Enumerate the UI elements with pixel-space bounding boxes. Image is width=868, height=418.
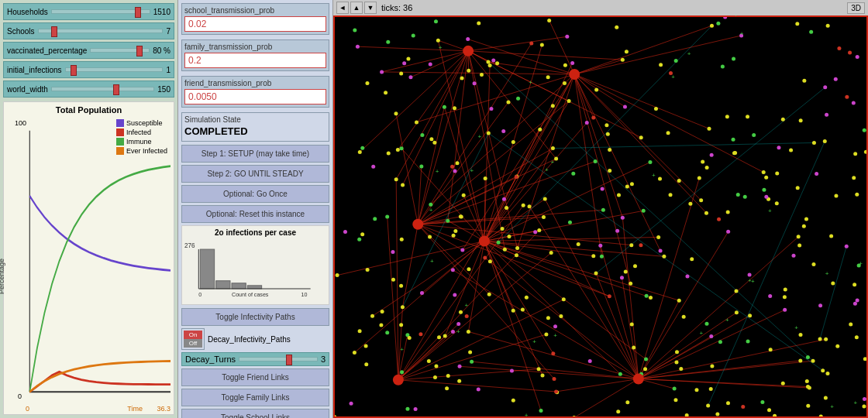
decay-turns-thumb[interactable]: [286, 355, 292, 365]
action-btn-0[interactable]: Step 1: SETUP (may take time): [181, 145, 329, 163]
slider-value-1: 7: [166, 27, 170, 36]
svg-rect-3: [200, 249, 214, 289]
nav-down-btn[interactable]: ▼: [364, 2, 377, 14]
x-axis-start: 0: [26, 405, 29, 413]
param-label-2: friend_transmission_prob: [184, 79, 326, 87]
action-btn-1[interactable]: Step 2: GO UNTIL STEADY: [181, 165, 329, 183]
decay-infectivity-row: On Off Decay_Infectivity_Paths: [181, 328, 329, 350]
y-axis-max: 100: [15, 119, 26, 127]
histogram-svg: 276 0 10 Count of cases: [184, 238, 326, 300]
viz-header: ◄ ▲ ▼ ticks: 36 3D: [333, 0, 868, 15]
legend-color-2: [116, 138, 124, 146]
legend-color-0: [116, 119, 124, 127]
slider-thumb-4[interactable]: [113, 84, 119, 95]
action-btn-3[interactable]: Optional: Reset this instance: [181, 205, 329, 223]
legend-label-1: Infected: [126, 128, 151, 136]
sim-state-value: COMPLETED: [184, 124, 326, 139]
svg-rect-6: [247, 286, 261, 289]
right-panel: ◄ ▲ ▼ ticks: 36 3D: [333, 0, 868, 418]
decay-turns-value: 3: [321, 355, 326, 364]
svg-text:0: 0: [198, 292, 202, 298]
3d-button[interactable]: 3D: [847, 2, 865, 14]
legend-label-3: Ever Infected: [126, 147, 167, 155]
ticks-label: ticks: 36: [381, 3, 847, 12]
decay-turns-label: Decay_Turns: [185, 355, 236, 364]
toggle-infectivity-btn[interactable]: Toggle Infectivity Paths: [181, 308, 329, 326]
param-input-2[interactable]: [184, 89, 326, 104]
nav-up-btn[interactable]: ▲: [350, 2, 363, 14]
left-panel: Households 1510 Schools 7 vaccinated_per…: [0, 0, 178, 418]
nav-arrows: ◄ ▲ ▼: [336, 2, 377, 14]
population-svg: [7, 116, 170, 406]
nav-left-btn[interactable]: ◄: [336, 2, 349, 14]
action-buttons: Step 1: SETUP (may take time)Step 2: GO …: [181, 145, 329, 225]
slider-thumb-0[interactable]: [135, 7, 141, 18]
middle-panel: school_transmission_prob family_transmis…: [178, 0, 333, 418]
slider-row-4: world_width 150: [3, 81, 174, 98]
slider-track-0[interactable]: [51, 9, 150, 14]
param-label-1: family_transmission_prob: [184, 43, 326, 51]
slider-thumb-1[interactable]: [51, 26, 57, 37]
chart-title: Total Population: [7, 105, 170, 115]
toggle-friend-btn[interactable]: Toggle Friend Links: [181, 368, 329, 386]
param-box-1: family_transmission_prob: [181, 39, 329, 71]
network-visualization: [333, 15, 868, 418]
legend-label-2: Immune: [126, 138, 152, 146]
slider-value-3: 1: [166, 66, 170, 74]
param-input-0[interactable]: [184, 16, 326, 32]
chart-legend: SusceptibleInfectedImmuneEver Infected: [116, 119, 167, 156]
histogram-box: 2o infections per case 276 0 10 Count of…: [181, 225, 329, 305]
svg-text:Count of cases: Count of cases: [232, 292, 269, 298]
slider-value-2: 80 %: [153, 46, 170, 55]
slider-label-2: vaccinated_percentage: [7, 46, 87, 55]
slider-track-2[interactable]: [90, 48, 150, 53]
svg-text:10: 10: [301, 292, 307, 298]
legend-item-0: Susceptible: [116, 119, 167, 127]
decay-infectivity-label: Decay_Infectivity_Paths: [208, 335, 329, 344]
slider-row-0: Households 1510: [3, 3, 174, 20]
legend-label-0: Susceptible: [126, 119, 163, 127]
on-label[interactable]: On: [184, 331, 202, 339]
slider-value-0: 1510: [153, 8, 170, 16]
y-axis-label: Percentage: [0, 259, 5, 294]
param-input-1[interactable]: [184, 53, 326, 68]
slider-label-0: Households: [7, 8, 48, 16]
legend-item-2: Immune: [116, 138, 167, 146]
slider-track-1[interactable]: [38, 29, 164, 33]
histogram-title: 2o infections per case: [184, 228, 326, 237]
toggle-family-btn[interactable]: Toggle Family Links: [181, 389, 329, 406]
param-box-0: school_transmission_prob: [181, 3, 329, 35]
x-axis-label: Time: [127, 405, 143, 413]
legend-item-3: Ever Infected: [116, 147, 167, 155]
slider-thumb-2[interactable]: [136, 46, 143, 57]
slider-label-3: initial_infections: [7, 66, 62, 74]
sim-state-label: Simulation State: [184, 115, 326, 124]
param-box-2: friend_transmission_prob: [181, 76, 329, 108]
x-axis-end: 36.3: [157, 405, 170, 413]
y-axis-min: 0: [18, 392, 22, 400]
svg-rect-5: [232, 283, 246, 289]
legend-color-3: [116, 147, 124, 155]
svg-rect-4: [216, 281, 230, 289]
slider-track-4[interactable]: [51, 87, 155, 91]
decay-turns-slider-row: Decay_Turns 3: [181, 352, 329, 366]
params-section: school_transmission_prob family_transmis…: [181, 3, 329, 112]
slider-track-3[interactable]: [65, 67, 164, 72]
sliders-section: Households 1510 Schools 7 vaccinated_per…: [3, 3, 174, 100]
toggle-school-btn[interactable]: Toggle School Links: [181, 409, 329, 418]
off-label[interactable]: Off: [184, 339, 202, 348]
legend-item-1: Infected: [116, 128, 167, 136]
slider-row-3: initial_infections 1: [3, 61, 174, 78]
svg-text:276: 276: [184, 242, 195, 249]
action-btn-2[interactable]: Optional: Go Once: [181, 185, 329, 203]
legend-color-1: [116, 128, 124, 136]
slider-row-2: vaccinated_percentage 80 %: [3, 42, 174, 59]
slider-label-4: world_width: [7, 85, 48, 94]
param-label-0: school_transmission_prob: [184, 6, 326, 15]
decay-turns-track[interactable]: [239, 357, 318, 361]
slider-row-1: Schools 7: [3, 22, 174, 39]
slider-thumb-3[interactable]: [71, 65, 77, 76]
simulation-state-box: Simulation State COMPLETED: [181, 112, 329, 142]
on-off-toggle[interactable]: On Off: [181, 328, 205, 350]
slider-value-4: 150: [157, 85, 170, 94]
